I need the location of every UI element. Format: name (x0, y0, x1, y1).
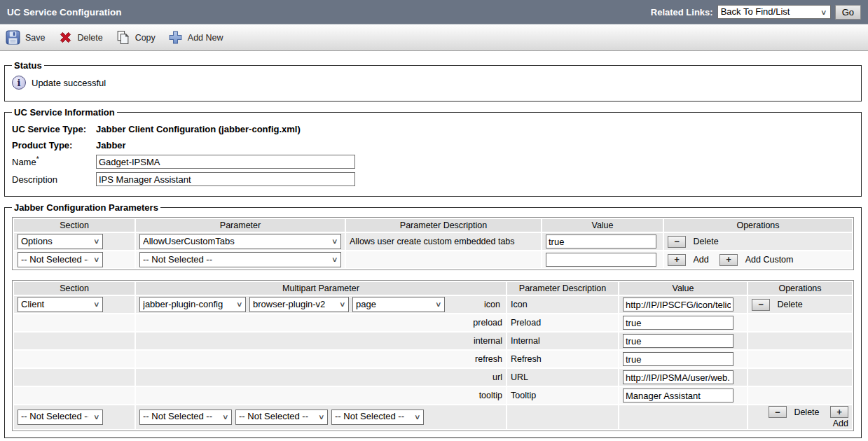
table-row: internal Internal (14, 332, 852, 349)
parameter-description-cell: Internal (507, 332, 618, 349)
add-new-icon (168, 30, 183, 45)
minus-icon (674, 237, 679, 246)
required-mark: * (36, 155, 39, 163)
product-type-label: Product Type: (12, 140, 96, 150)
add-row-label: Add (693, 255, 708, 265)
section-select[interactable]: -- Not Selected -- (18, 252, 103, 267)
add-new-toolbar-label: Add New (188, 33, 223, 43)
param-key-label: url (136, 369, 506, 386)
description-label: Description (12, 174, 96, 185)
add-custom-row-button[interactable] (719, 254, 738, 266)
table1-header-row: Section Parameter Parameter Description … (14, 219, 852, 232)
toolbar: Save Delete Copy Add New (0, 24, 868, 51)
value-input[interactable] (623, 298, 733, 312)
parameter-description-cell: Refresh (507, 351, 618, 368)
go-button[interactable]: Go (835, 5, 861, 20)
table-row: tooltip Tooltip (14, 387, 852, 404)
parameter-description-cell: Allows user create custom embedded tabs (346, 233, 541, 250)
description-input[interactable] (96, 172, 355, 186)
delete-icon (58, 30, 73, 45)
section-select[interactable]: Options (18, 234, 103, 249)
uc-service-type-value: Jabber Client Configuration (jabber-conf… (96, 124, 301, 134)
save-toolbar-label: Save (25, 33, 46, 43)
delete-row-label: Delete (693, 237, 718, 246)
value-input[interactable] (546, 253, 656, 267)
related-links-select-wrap: Back To Find/List (717, 5, 831, 19)
value-input[interactable] (623, 334, 733, 348)
section-select[interactable]: -- Not Selected -- (18, 410, 103, 425)
minus-icon (758, 300, 763, 309)
parameter-select[interactable]: AllowUserCustomTabs (139, 234, 341, 249)
jabber-params-legend: Jabber Configuration Parameters (12, 202, 160, 213)
col-header-multipart-parameter: Multipart Parameter (136, 282, 506, 295)
parameter-description-cell: Preload (507, 314, 618, 331)
main-content: Status i Update successful UC Service In… (0, 51, 868, 441)
delete-row-label: Delete (777, 300, 802, 309)
col-header-section: Section (14, 282, 135, 295)
simple-params-table: Section Parameter Parameter Description … (12, 217, 854, 270)
multipart-select-3[interactable]: page (352, 297, 445, 312)
status-section: Status i Update successful (4, 60, 862, 102)
plus-icon (674, 255, 679, 264)
value-input[interactable] (623, 316, 733, 330)
delete-row-button[interactable] (668, 236, 686, 248)
value-input[interactable] (623, 352, 733, 366)
titlebar: UC Service Configuration Related Links: … (0, 0, 868, 24)
col-header-operations: Operations (664, 219, 852, 232)
status-row: i Update successful (12, 76, 854, 90)
multipart-select-3[interactable]: -- Not Selected -- (331, 410, 424, 425)
jabber-params-section: Jabber Configuration Parameters Section … (4, 202, 862, 438)
add-row-button[interactable] (668, 254, 686, 266)
value-input[interactable] (623, 370, 733, 384)
related-links-label: Related Links: (651, 7, 713, 18)
info-icon: i (12, 76, 26, 90)
multipart-select-2[interactable]: browser-plugin-v2 (249, 297, 349, 312)
col-header-value: Value (619, 282, 747, 295)
section-select[interactable]: Client (18, 297, 103, 312)
multipart-select-1[interactable]: jabber-plugin-config (139, 297, 246, 312)
param-key-label: internal (136, 332, 506, 349)
col-header-operations: Operations (748, 282, 852, 295)
description-row: Description (12, 172, 854, 186)
minus-icon (775, 408, 780, 416)
table-row: -- Not Selected -- -- Not Selected -- --… (14, 405, 852, 429)
delete-row-button[interactable] (752, 299, 770, 311)
table-row: Client jabber-plugin-config browser-plug… (14, 296, 852, 313)
name-input[interactable] (96, 155, 355, 169)
table-row: refresh Refresh (14, 351, 852, 368)
param-key-label: refresh (136, 351, 506, 368)
product-type-value: Jabber (96, 140, 126, 150)
related-links-select[interactable]: Back To Find/List (717, 5, 831, 19)
value-input[interactable] (623, 388, 733, 402)
multipart-params-table: Section Multipart Parameter Parameter De… (12, 280, 854, 431)
save-icon (6, 30, 20, 45)
table-row: Options AllowUserCustomTabs Allows user … (14, 233, 852, 250)
col-header-parameter: Parameter (136, 219, 345, 232)
multipart-select-1[interactable]: -- Not Selected -- (139, 410, 232, 425)
copy-toolbar-button[interactable]: Copy (116, 30, 156, 45)
status-message: Update successful (32, 78, 106, 88)
plus-icon (836, 408, 841, 416)
copy-icon (116, 30, 130, 45)
multipart-select-2[interactable]: -- Not Selected -- (235, 410, 328, 425)
uc-service-type-label: UC Service Type: (12, 124, 96, 134)
plus-icon (726, 255, 731, 264)
value-input[interactable] (546, 234, 656, 248)
add-new-toolbar-button[interactable]: Add New (168, 30, 223, 45)
parameter-description-cell: Icon (507, 296, 618, 313)
product-type-row: Product Type: Jabber (12, 139, 854, 151)
parameter-description-cell: URL (507, 369, 618, 386)
related-links-group: Related Links: Back To Find/List Go (651, 5, 861, 20)
table-row: preload Preload (14, 314, 852, 331)
parameter-select[interactable]: -- Not Selected -- (139, 252, 341, 267)
save-toolbar-button[interactable]: Save (6, 30, 46, 45)
param-key-label: tooltip (136, 387, 506, 404)
name-label: Name* (12, 155, 96, 167)
delete-row-button[interactable] (769, 406, 787, 418)
table-row: -- Not Selected -- -- Not Selected -- (14, 251, 852, 268)
copy-toolbar-label: Copy (135, 33, 156, 43)
param-key-label: icon (484, 300, 502, 309)
add-row-button[interactable] (830, 406, 848, 418)
delete-row-label: Delete (794, 407, 819, 417)
delete-toolbar-button[interactable]: Delete (58, 30, 103, 45)
